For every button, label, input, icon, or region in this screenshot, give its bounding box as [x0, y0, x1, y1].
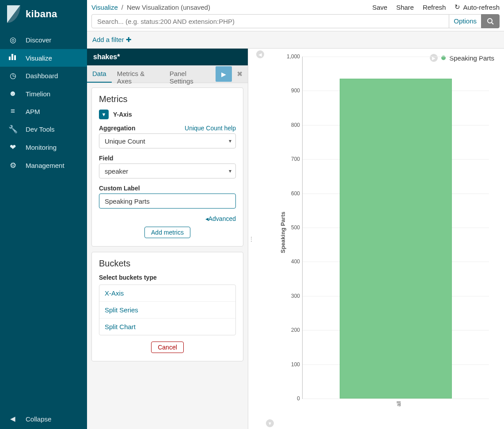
custom-label-input[interactable]	[99, 194, 236, 209]
sidebar-item-dashboard[interactable]: ◷ Dashboard	[0, 67, 87, 85]
refresh-button[interactable]: Refresh	[423, 4, 446, 11]
share-button[interactable]: Share	[396, 4, 414, 11]
sidebar-item-label: Management	[26, 162, 64, 169]
app-sidebar: kibana ◎ Discover Visualize ◷ Dashboard …	[0, 0, 87, 429]
sidebar-item-label: Visualize	[26, 54, 52, 62]
wrench-icon: 🔧	[8, 125, 18, 134]
sidebar-item-label: Timelion	[26, 90, 50, 98]
tab-data[interactable]: Data	[87, 65, 112, 83]
sidebar-collapse[interactable]: ◀ Collapse	[0, 409, 87, 429]
buckets-heading: Buckets	[99, 258, 236, 269]
buckets-select-label: Select buckets type	[99, 274, 236, 281]
cycle-icon: ↻	[455, 3, 460, 11]
play-icon: ▶	[221, 71, 226, 78]
plus-icon: ✚	[126, 36, 132, 43]
auto-refresh-label: Auto-refresh	[463, 4, 500, 11]
sidebar-item-management[interactable]: ⚙ Management	[0, 156, 87, 175]
main-column: Visualize / New Visualization (unsaved) …	[87, 0, 504, 429]
y-tick-label: 800	[282, 122, 300, 128]
sidebar-item-label: APM	[26, 108, 40, 115]
svg-point-4	[488, 19, 492, 23]
timelion-icon: ☻	[8, 89, 18, 98]
y-tick-label: 600	[282, 190, 300, 197]
compass-icon: ◎	[8, 35, 18, 45]
search-bar: Options	[91, 14, 500, 28]
search-input[interactable]	[91, 14, 449, 28]
y-tick-label: 300	[282, 293, 300, 299]
discard-changes-button[interactable]: ✖	[232, 65, 248, 83]
sidebar-item-visualize[interactable]: Visualize	[0, 49, 87, 67]
caret-down-icon: ▼	[102, 112, 106, 117]
sidebar-item-label: Monitoring	[26, 144, 57, 151]
svg-rect-1	[9, 57, 11, 60]
chevron-left-icon: ◀	[258, 52, 262, 57]
search-options[interactable]: Options	[449, 14, 481, 28]
chart-bar[interactable]	[340, 79, 451, 399]
sidebar-item-monitoring[interactable]: ❤ Monitoring	[0, 138, 87, 156]
bucket-type-list: X-Axis Split Series Split Chart	[99, 285, 236, 335]
aggregation-select[interactable]: Unique Count	[99, 133, 236, 148]
gridline	[303, 57, 489, 57]
caret-left-icon: ◂	[205, 215, 208, 222]
save-button[interactable]: Save	[372, 4, 387, 11]
y-tick-label: 400	[282, 258, 300, 265]
y-tick-label: 0	[282, 395, 300, 402]
panel-resizer[interactable]: ⋮	[248, 49, 254, 429]
kibana-logo-icon	[7, 5, 20, 23]
chevron-down-icon: ▼	[268, 421, 272, 426]
bucket-split-chart[interactable]: Split Chart	[99, 319, 235, 335]
collapse-icon: ◀	[8, 415, 18, 423]
tab-metrics-axes[interactable]: Metrics & Axes	[112, 65, 164, 83]
apply-changes-button[interactable]: ▶	[216, 66, 231, 82]
apm-icon: ≡	[8, 107, 18, 116]
barchart-icon	[8, 53, 18, 62]
aggregation-label: Aggregation	[99, 125, 135, 132]
add-filter-label: Add a filter	[92, 36, 124, 43]
cancel-button[interactable]: Cancel	[151, 342, 184, 353]
aggregation-help-link[interactable]: Unique Count help	[185, 125, 236, 132]
sidebar-nav: ◎ Discover Visualize ◷ Dashboard ☻ Timel…	[0, 31, 87, 409]
add-metrics-button[interactable]: Add metrics	[144, 227, 190, 238]
tab-panel-settings[interactable]: Panel Settings	[164, 65, 216, 83]
custom-label-label: Custom Label	[99, 185, 140, 192]
metrics-panel: Metrics ▼ Y-Axis Aggregation Unique Coun…	[91, 87, 243, 247]
breadcrumb-current: New Visualization (unsaved)	[127, 4, 210, 11]
yaxis-toggle[interactable]: ▼	[99, 110, 109, 119]
sidebar-item-label: Dev Tools	[26, 125, 55, 133]
svg-rect-3	[14, 55, 16, 60]
sidebar-item-timelion[interactable]: ☻ Timelion	[0, 85, 87, 103]
visualization-canvas: ◀ ▶ Speaking Parts Speaking Parts 010020…	[254, 49, 504, 429]
sidebar-item-devtools[interactable]: 🔧 Dev Tools	[0, 120, 87, 138]
y-axis-label: Speaking Parts	[280, 212, 286, 253]
filter-bar: Add a filter ✚	[87, 31, 504, 49]
bucket-xaxis[interactable]: X-Axis	[99, 285, 235, 302]
y-tick-label: 200	[282, 327, 300, 333]
brand-name: kibana	[26, 8, 57, 20]
brand: kibana	[0, 0, 87, 28]
viz-editor: shakes* Data Metrics & Axes Panel Settin…	[87, 49, 248, 429]
close-icon: ✖	[237, 70, 243, 78]
advanced-toggle[interactable]: ◂Advanced	[205, 215, 236, 222]
sidebar-item-label: Dashboard	[26, 72, 58, 80]
chart-nav-prev[interactable]: ◀	[256, 50, 264, 58]
sidebar-item-label: Discover	[26, 36, 51, 44]
add-filter-button[interactable]: Add a filter ✚	[92, 36, 132, 43]
search-icon	[487, 18, 494, 25]
sidebar-collapse-label: Collapse	[26, 415, 51, 423]
field-select[interactable]: speaker	[99, 163, 236, 178]
bucket-split-series[interactable]: Split Series	[99, 302, 235, 319]
sidebar-item-apm[interactable]: ≡ APM	[0, 103, 87, 120]
breadcrumb-root[interactable]: Visualize	[91, 4, 118, 11]
chart-plot: 01002003004005006007008009001,000all	[302, 57, 489, 399]
yaxis-title: Y-Axis	[113, 111, 132, 118]
gear-icon: ⚙	[8, 161, 18, 170]
y-tick-label: 900	[282, 87, 300, 94]
auto-refresh-button[interactable]: ↻ Auto-refresh	[455, 3, 500, 11]
buckets-panel: Buckets Select buckets type X-Axis Split…	[91, 252, 243, 361]
chart-nav-down[interactable]: ▼	[266, 419, 274, 427]
field-label: Field	[99, 155, 114, 162]
index-pattern-title: shakes*	[87, 49, 248, 65]
search-submit-button[interactable]	[481, 14, 500, 28]
sidebar-item-discover[interactable]: ◎ Discover	[0, 31, 87, 49]
heartbeat-icon: ❤	[8, 143, 18, 152]
